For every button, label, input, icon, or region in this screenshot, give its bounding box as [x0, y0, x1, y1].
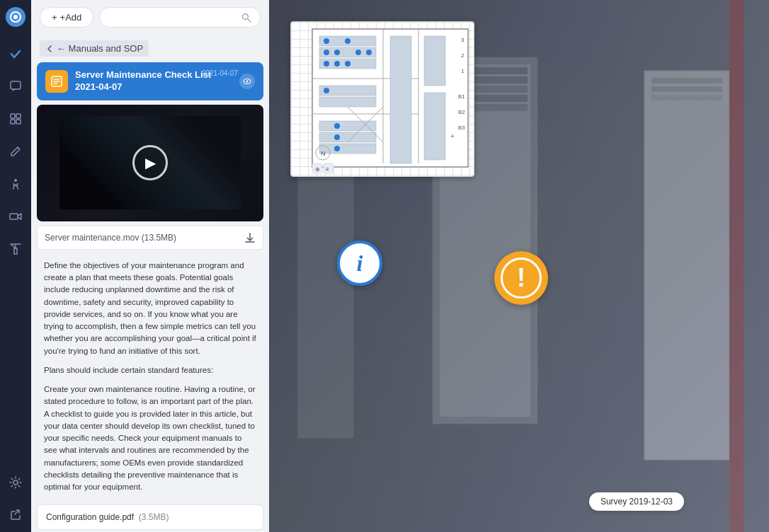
- svg-rect-39: [651, 95, 722, 100]
- info-icon-symbol: i: [357, 250, 363, 277]
- file-size-0: (3.5MB): [139, 512, 169, 522]
- svg-rect-56: [424, 93, 445, 160]
- svg-point-1: [13, 15, 18, 19]
- sidebar-icon-video[interactable]: [6, 207, 25, 226]
- survey-badge[interactable]: Survey 2019-12-03: [589, 492, 684, 511]
- back-label: ← Manuals and SOP: [57, 43, 143, 54]
- svg-line-15: [248, 19, 251, 22]
- sidebar: [0, 0, 31, 532]
- svg-rect-36: [644, 71, 729, 460]
- svg-text:3: 3: [461, 37, 465, 43]
- sidebar-icon-comment[interactable]: [6, 76, 25, 96]
- app-logo[interactable]: [6, 7, 25, 27]
- search-input[interactable]: [108, 12, 237, 23]
- svg-rect-52: [319, 132, 376, 142]
- warning-marker[interactable]: !: [494, 251, 548, 305]
- svg-rect-8: [10, 214, 18, 219]
- svg-rect-55: [424, 36, 445, 86]
- svg-rect-4: [16, 114, 21, 118]
- sidebar-icon-settings[interactable]: [6, 473, 25, 492]
- sidebar-icon-crane[interactable]: [6, 239, 25, 259]
- checklist-item[interactable]: Server Maintenance Check List 2021-04-07…: [37, 62, 263, 100]
- add-icon: +: [52, 12, 57, 23]
- sidebar-bottom: [6, 473, 25, 525]
- svg-text:B2: B2: [458, 109, 465, 115]
- file-item-0[interactable]: Configuration guide.pdf (3.5MB): [37, 504, 263, 530]
- survey-label: Survey 2019-12-03: [600, 497, 673, 507]
- svg-point-63: [345, 38, 351, 44]
- svg-rect-37: [651, 78, 722, 83]
- checklist-date-badge: 2021-04-07: [202, 69, 238, 77]
- file-list: Configuration guide.pdf (3.5MB) Screensh…: [34, 504, 266, 532]
- video-overlay: ▶: [37, 105, 263, 221]
- main-viewport: Operation Manu...: [269, 0, 769, 532]
- search-box: [99, 7, 261, 28]
- svg-point-13: [13, 480, 18, 485]
- svg-rect-54: [390, 36, 411, 163]
- add-label: +Add: [60, 12, 82, 23]
- back-arrow-icon: [45, 45, 54, 53]
- back-button[interactable]: ← Manuals and SOP: [40, 40, 149, 57]
- warning-marker-container[interactable]: !: [494, 251, 548, 305]
- floor-plan-inner: 3 2 1 B1 B2 B3 + N ⊕ ≡: [291, 22, 474, 176]
- play-button[interactable]: ▶: [132, 145, 168, 180]
- svg-text:⊕: ⊕: [315, 166, 320, 173]
- checklist-icon: [45, 70, 68, 93]
- floor-plan[interactable]: 3 2 1 B1 B2 B3 + N ⊕ ≡: [290, 21, 474, 177]
- file-name-0: Configuration guide.pdf: [46, 512, 139, 522]
- svg-text:N: N: [321, 150, 326, 157]
- svg-point-68: [334, 134, 340, 140]
- svg-point-7: [14, 179, 17, 182]
- svg-point-60: [324, 88, 329, 93]
- sidebar-icon-walk[interactable]: [6, 174, 25, 194]
- svg-point-65: [345, 61, 351, 66]
- svg-rect-9: [14, 248, 17, 254]
- svg-rect-38: [651, 86, 722, 92]
- sidebar-icon-share[interactable]: [6, 505, 25, 525]
- svg-rect-53: [319, 144, 376, 154]
- eye-icon[interactable]: [239, 74, 255, 89]
- svg-rect-3: [11, 114, 15, 118]
- filesize-label: (13.5MB): [142, 233, 176, 243]
- left-panel: + +Add ← Manuals and SOP Server Maintena…: [31, 0, 269, 532]
- info-marker[interactable]: i: [337, 241, 382, 286]
- warning-symbol: !: [517, 265, 525, 291]
- svg-text:1: 1: [461, 68, 465, 74]
- sidebar-icon-check[interactable]: [6, 44, 25, 64]
- svg-point-14: [243, 13, 249, 19]
- svg-text:2: 2: [461, 52, 465, 59]
- svg-point-57: [324, 38, 329, 44]
- description-para1: Define the objectives of your maintenanc…: [44, 260, 256, 357]
- warning-inner: !: [501, 258, 542, 299]
- svg-point-69: [334, 146, 340, 151]
- svg-text:≡: ≡: [326, 166, 329, 173]
- add-button[interactable]: + +Add: [40, 7, 93, 28]
- svg-point-58: [324, 50, 329, 55]
- svg-line-12: [11, 244, 16, 248]
- panel-header: + +Add: [31, 0, 269, 35]
- svg-rect-2: [11, 81, 21, 89]
- panel-scroll[interactable]: Server Maintenance Check List 2021-04-07…: [31, 62, 269, 532]
- search-icon: [241, 13, 251, 23]
- sidebar-icon-pen[interactable]: [6, 141, 25, 161]
- svg-rect-6: [16, 120, 21, 124]
- svg-point-62: [334, 61, 340, 66]
- description-section: Define the objectives of your maintenanc…: [37, 254, 263, 499]
- svg-point-67: [334, 123, 340, 129]
- svg-rect-5: [11, 120, 15, 124]
- svg-text:B3: B3: [458, 125, 465, 131]
- svg-rect-50: [319, 97, 376, 107]
- download-icon[interactable]: [244, 232, 256, 243]
- svg-rect-40: [729, 0, 744, 532]
- svg-point-59: [324, 61, 329, 66]
- video-preview: ▶: [37, 105, 263, 221]
- description-para2: Plans should include certain standard fe…: [44, 364, 256, 376]
- description-para3: Create your own maintenance routine. Hav…: [44, 383, 256, 493]
- floor-plan-svg: 3 2 1 B1 B2 B3 + N ⊕ ≡: [291, 22, 474, 177]
- svg-text:+: +: [450, 132, 455, 140]
- filename-label: Server maintenance.mov: [45, 233, 139, 243]
- sidebar-icon-layers[interactable]: [6, 109, 25, 129]
- section-header: ← Manuals and SOP: [31, 35, 269, 62]
- svg-point-61: [334, 50, 340, 55]
- svg-point-21: [246, 80, 249, 82]
